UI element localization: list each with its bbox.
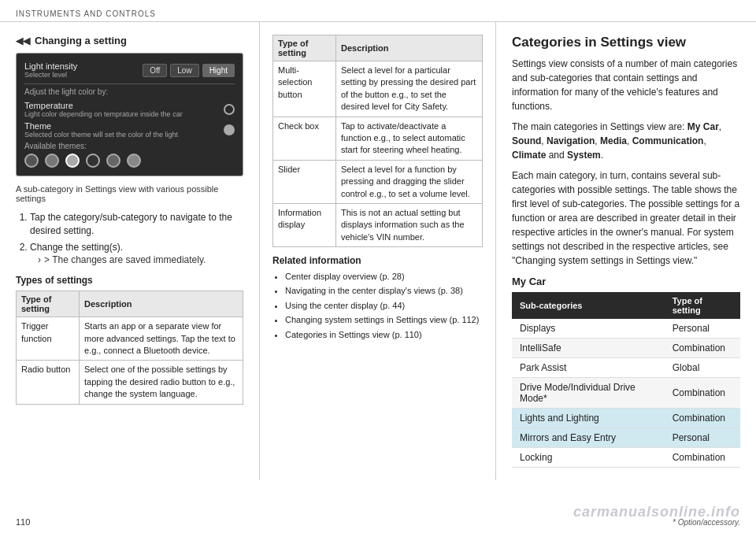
left-table-row: Radio buttonSelect one of the possible s… (17, 361, 243, 404)
mid-table: Type of setting Description Multi-select… (272, 35, 483, 247)
left-table-header-desc: Description (80, 291, 243, 317)
related-list: Center display overview (p. 28)Navigatin… (272, 271, 483, 341)
theme-circle-4[interactable] (86, 154, 100, 168)
theme-label: Theme (24, 121, 178, 131)
types-title: Types of settings (16, 275, 243, 286)
mid-row-desc: This is not an actual setting but displa… (336, 203, 483, 246)
mid-table-header-desc: Description (336, 35, 483, 61)
my-car-sub: Mirrors and Easy Entry (512, 428, 665, 448)
my-car-header-sub: Sub-categories (512, 292, 665, 319)
mid-row-desc: Select a level for a function by pressin… (336, 160, 483, 203)
steps-section: Tap the category/sub-category to navigat… (16, 211, 243, 267)
mid-row-type: Multi-selection button (273, 61, 336, 117)
available-label: Available themes: (24, 142, 235, 150)
theme-circle-3[interactable] (65, 154, 80, 168)
theme-circle-2[interactable] (45, 154, 59, 168)
left-row-type: Trigger function (17, 317, 80, 361)
intensity-sub: Selecter level (24, 71, 143, 79)
right-column: Categories in Settings view Settings vie… (496, 22, 756, 480)
themes-row (24, 154, 235, 168)
mid-row-type: Slider (273, 160, 336, 203)
my-car-type: Personal (665, 319, 740, 339)
my-car-title: My Car (512, 276, 740, 287)
left-table-header-type: Type of setting (17, 291, 80, 317)
mid-column: Type of setting Description Multi-select… (260, 22, 496, 480)
watermark: carmanualsonline.info (573, 504, 740, 520)
my-car-sub: Lights and Lighting (512, 409, 665, 428)
my-car-sub: IntelliSafe (512, 339, 665, 358)
related-item: Using the center display (p. 44) (285, 300, 483, 312)
temperature-radio[interactable] (224, 104, 235, 115)
theme-radio[interactable] (224, 124, 235, 135)
my-car-row: DisplaysPersonal (512, 319, 740, 339)
btn-low[interactable]: Low (170, 64, 198, 77)
my-car-type: Global (665, 358, 740, 378)
my-car-type: Combination (665, 448, 740, 468)
my-car-row: Park AssistGlobal (512, 358, 740, 378)
mid-table-row: Check boxTap to activate/deactivate a fu… (273, 117, 483, 160)
types-table: Type of setting Description Trigger func… (16, 291, 243, 404)
mid-row-desc: Tap to activate/deactivate a function e.… (336, 117, 483, 160)
my-car-sub: Park Assist (512, 358, 665, 378)
page-number: 110 (16, 517, 30, 527)
step-2: Change the setting(s). ›> The changes ar… (30, 241, 243, 268)
left-row-type: Radio button (17, 361, 80, 404)
my-car-type: Personal (665, 428, 740, 448)
back-arrow-icon: ◀◀ (16, 35, 30, 46)
changing-setting-title: Changing a setting (35, 35, 127, 46)
my-car-header-type: Type of setting (665, 292, 740, 319)
mid-row-type: Check box (273, 117, 336, 160)
mid-table-row: Multi-selection buttonSelect a level for… (273, 61, 483, 117)
mid-table-row: Information displayThis is not an actual… (273, 203, 483, 246)
intensity-label: Light intensity (24, 61, 143, 71)
left-table-row: Trigger functionStarts an app or a separ… (17, 317, 243, 361)
theme-circle-5[interactable] (106, 154, 120, 168)
right-para-2: The main categories in Settings view are… (512, 120, 740, 162)
my-car-sub: Locking (512, 448, 665, 468)
my-car-row: Drive Mode/Individual Drive Mode*Combina… (512, 378, 740, 409)
my-car-type: Combination (665, 409, 740, 428)
section-title: ◀◀ Changing a setting (16, 35, 243, 46)
my-car-table: Sub-categories Type of setting DisplaysP… (512, 292, 740, 468)
related-item: Navigating in the center display's views… (285, 285, 483, 297)
my-car-row: LockingCombination (512, 448, 740, 468)
my-car-type: Combination (665, 339, 740, 358)
right-intro: Settings view consists of a number of ma… (512, 57, 740, 268)
my-car-type: Combination (665, 378, 740, 409)
theme-circle-1[interactable] (24, 154, 39, 168)
categories-title: Categories in Settings view (512, 35, 740, 50)
right-para-1: Settings view consists of a number of ma… (512, 57, 740, 113)
step-1: Tap the category/sub-category to navigat… (30, 211, 243, 238)
my-car-row: Mirrors and Easy EntryPersonal (512, 428, 740, 448)
theme-sub: Selected color theme will set the color … (24, 131, 178, 139)
right-para-3: Each main category, in turn, contains se… (512, 168, 740, 268)
btn-high[interactable]: Hight (202, 64, 235, 77)
my-car-sub: Drive Mode/Individual Drive Mode* (512, 378, 665, 409)
my-car-row: Lights and LightingCombination (512, 409, 740, 428)
settings-caption: A sub-category in Settings view with var… (16, 184, 243, 203)
related-item: Changing system settings in Settings vie… (285, 314, 483, 326)
my-car-row: IntelliSafeCombination (512, 339, 740, 358)
related-item: Center display overview (p. 28) (285, 271, 483, 283)
related-item: Categories in Settings view (p. 110) (285, 329, 483, 341)
step2-sub: ›> The changes are saved immediately. (30, 254, 243, 267)
theme-circle-6[interactable] (127, 154, 141, 168)
mid-row-desc: Select a level for a particular setting … (336, 61, 483, 117)
mid-row-type: Information display (273, 203, 336, 246)
related-title: Related information (272, 255, 483, 266)
my-car-sub: Displays (512, 319, 665, 339)
mid-table-header-type: Type of setting (273, 35, 336, 61)
temperature-sub: Light color depending on temprature insi… (24, 110, 183, 118)
page-header: INSTRUMENTS AND CONTROLS (0, 0, 756, 22)
btn-off[interactable]: Off (143, 64, 167, 77)
left-row-desc: Starts an app or a separate view for mor… (80, 317, 243, 361)
mid-table-row: SliderSelect a level for a function by p… (273, 160, 483, 203)
header-title: INSTRUMENTS AND CONTROLS (16, 9, 156, 18)
adjust-label: Adjust the light color by: (24, 83, 235, 96)
left-row-desc: Select one of the possible settings by t… (80, 361, 243, 404)
temperature-label: Temperature (24, 101, 183, 110)
left-column: ◀◀ Changing a setting Light intensity Se… (0, 22, 260, 480)
settings-panel: Light intensity Selecter level Off Low H… (16, 53, 243, 176)
